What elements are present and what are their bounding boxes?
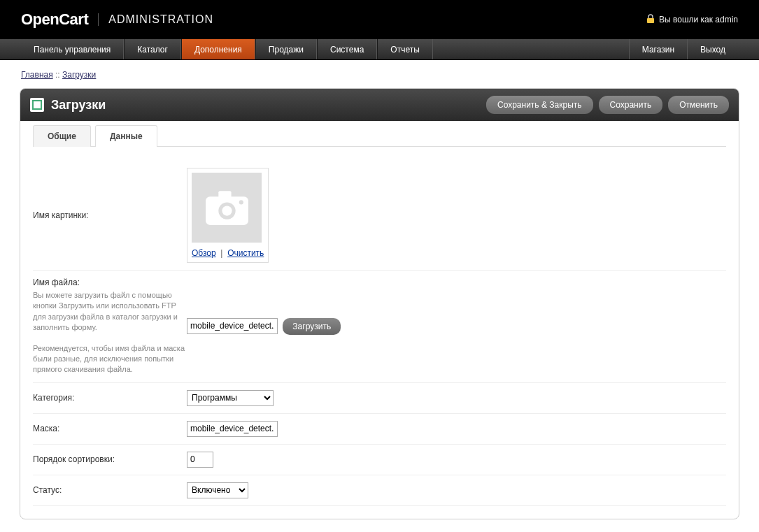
tab-data[interactable]: Данные [95, 125, 157, 147]
box-actions: Сохранить & Закрыть Сохранить Отменить [486, 96, 729, 114]
svg-rect-0 [647, 18, 654, 23]
svg-rect-2 [218, 191, 231, 199]
sort-input[interactable] [187, 452, 213, 468]
file-cell: Загрузить [187, 271, 726, 383]
category-cell: Программы [187, 382, 726, 413]
svg-point-5 [239, 200, 243, 204]
nav-item-dashboard[interactable]: Панель управления [21, 39, 124, 59]
nav-item-logout[interactable]: Выход [687, 39, 738, 59]
brand-logo: OpenCart [21, 10, 88, 29]
cancel-button[interactable]: Отменить [668, 96, 729, 114]
row-category: Категория: Программы [33, 382, 726, 413]
nav-item-extensions[interactable]: Дополнения [181, 39, 255, 59]
breadcrumb-sep: :: [53, 70, 62, 80]
status-select[interactable]: Включено [187, 482, 248, 498]
mask-label: Маска: [33, 413, 187, 444]
image-preview-box: Обзор | Очистить [187, 168, 269, 263]
content: Загрузки Сохранить & Закрыть Сохранить О… [0, 82, 759, 532]
file-help1: Вы можете загрузить файл с помощью кнопк… [33, 290, 187, 333]
nav-item-system[interactable]: Система [317, 39, 377, 59]
svg-point-4 [222, 206, 232, 215]
box: Загрузки Сохранить & Закрыть Сохранить О… [20, 88, 739, 519]
nav-item-reports[interactable]: Отчеты [377, 39, 432, 59]
status-label: Статус: [33, 475, 187, 505]
logo-area: OpenCart ADMINISTRATION [21, 10, 213, 29]
file-input[interactable] [187, 318, 278, 334]
row-image: Имя картинки: [33, 161, 726, 271]
row-mask: Маска: [33, 413, 726, 444]
sort-cell [187, 444, 726, 475]
header: OpenCart ADMINISTRATION Вы вошли как adm… [0, 0, 759, 39]
image-clear-link[interactable]: Очистить [227, 248, 264, 258]
nav-bar: Панель управления Каталог Дополнения Про… [0, 39, 759, 60]
nav-item-store[interactable]: Магазин [629, 39, 687, 59]
category-label: Категория: [33, 382, 187, 413]
image-placeholder [192, 173, 262, 243]
box-header: Загрузки Сохранить & Закрыть Сохранить О… [20, 89, 739, 121]
mask-input[interactable] [187, 421, 278, 437]
nav-right: Магазин Выход [629, 39, 738, 59]
file-help2: Рекомендуется, чтобы имя файла и маска б… [33, 343, 187, 375]
box-body: Общие Данные Имя картинки: [20, 121, 739, 519]
login-info: Вы вошли как admin [646, 14, 738, 26]
file-label: Имя файла: [33, 278, 187, 287]
lock-icon [646, 14, 655, 26]
nav-item-catalog[interactable]: Каталог [124, 39, 181, 59]
image-label: Имя картинки: [33, 161, 187, 271]
image-browse-link[interactable]: Обзор [192, 248, 216, 258]
form-table: Имя картинки: [33, 161, 726, 506]
box-title-area: Загрузки [30, 98, 106, 113]
breadcrumb-current[interactable]: Загрузки [62, 70, 96, 80]
nav-left: Панель управления Каталог Дополнения Про… [21, 39, 433, 59]
image-actions: Обзор | Очистить [192, 248, 264, 258]
breadcrumb-home[interactable]: Главная [21, 70, 53, 80]
tab-general[interactable]: Общие [33, 125, 91, 147]
save-close-button[interactable]: Сохранить & Закрыть [486, 96, 593, 114]
status-cell: Включено [187, 475, 726, 505]
category-select[interactable]: Программы [187, 390, 274, 406]
box-title: Загрузки [51, 98, 106, 113]
breadcrumb: Главная :: Загрузки [0, 60, 759, 82]
upload-button[interactable]: Загрузить [283, 318, 341, 335]
file-label-cell: Имя файла: Вы можете загрузить файл с по… [33, 271, 187, 383]
login-text: Вы вошли как admin [659, 15, 738, 24]
save-button[interactable]: Сохранить [599, 96, 663, 114]
mask-cell [187, 413, 726, 444]
row-status: Статус: Включено [33, 475, 726, 505]
tabs: Общие Данные [33, 124, 726, 147]
image-cell: Обзор | Очистить [187, 161, 726, 271]
nav-item-sales[interactable]: Продажи [255, 39, 317, 59]
downloads-icon [30, 98, 44, 112]
sort-label: Порядок сортировки: [33, 444, 187, 475]
admin-label: ADMINISTRATION [98, 13, 213, 26]
row-file: Имя файла: Вы можете загрузить файл с по… [33, 271, 726, 383]
row-sort: Порядок сортировки: [33, 444, 726, 475]
camera-icon [204, 189, 250, 227]
